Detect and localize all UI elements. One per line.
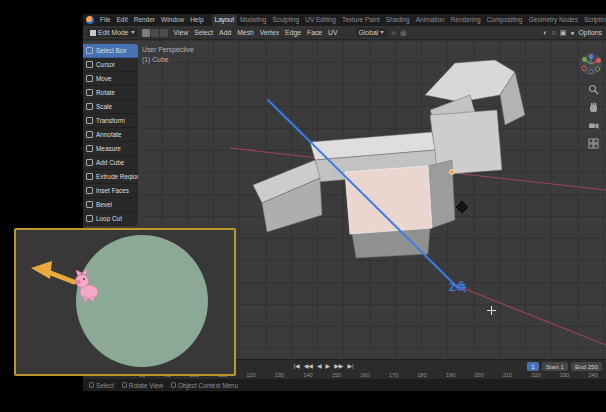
orientation-selector[interactable]: Global — [356, 28, 388, 37]
tool-label: Add Cube — [96, 159, 124, 166]
options-button[interactable]: Options — [579, 29, 602, 36]
extrude-region-icon — [86, 173, 93, 180]
tool-transform[interactable]: Transform — [83, 114, 138, 128]
snap-magnet-icon[interactable]: ∩ — [391, 29, 396, 36]
tool-cursor[interactable]: Cursor — [83, 58, 138, 72]
tool-scale[interactable]: Scale — [83, 100, 138, 114]
zoom-icon[interactable] — [588, 84, 599, 95]
menu-edge[interactable]: Edge — [285, 29, 301, 36]
selected-face[interactable] — [345, 166, 432, 234]
object-origin-dot — [450, 170, 455, 175]
current-frame-field[interactable]: 1 — [527, 362, 538, 371]
menu-help[interactable]: Help — [187, 14, 206, 26]
prev-keyframe-button[interactable]: ◀◀ — [304, 362, 313, 370]
frame-tick: 150 — [332, 372, 342, 378]
overlays-icon[interactable]: ○ — [551, 29, 555, 36]
mode-label: Edit Mode — [98, 29, 129, 36]
select-box-icon — [86, 47, 93, 54]
tab-texture-paint[interactable]: Texture Paint — [339, 14, 383, 26]
hint-label: Select — [96, 382, 114, 389]
menu-uv[interactable]: UV — [328, 29, 337, 36]
tool-add-cube[interactable]: Add Cube — [83, 156, 138, 170]
tab-uv-editing[interactable]: UV Editing — [302, 14, 339, 26]
tool-bevel[interactable]: Bevel — [83, 198, 138, 212]
frame-fields: 1 Start 1 End 250 — [527, 362, 602, 371]
tool-rotate[interactable]: Rotate — [83, 86, 138, 100]
frame-end-field[interactable]: End 250 — [571, 362, 602, 371]
menu-window[interactable]: Window — [158, 14, 187, 26]
blender-logo-icon[interactable] — [86, 16, 94, 24]
frame-tick: 130 — [275, 372, 285, 378]
tool-loop-cut[interactable]: Loop Cut — [83, 212, 138, 226]
playback-controls: |◀ ◀◀ ◀ ▶ ▶▶ ▶| — [294, 362, 354, 370]
rotate-icon — [86, 89, 93, 96]
menu-mesh[interactable]: Mesh — [237, 29, 254, 36]
hint-label: Object Context Menu — [178, 382, 238, 389]
tool-label: Rotate — [96, 89, 115, 96]
frame-tick: 170 — [389, 372, 399, 378]
menu-face[interactable]: Face — [307, 29, 322, 36]
edge-select-icon[interactable] — [151, 29, 159, 37]
frame-tick: 160 — [360, 372, 370, 378]
shading-solid-icon[interactable]: ● — [570, 29, 574, 36]
move-icon — [86, 75, 93, 82]
menu-select[interactable]: Select — [194, 29, 213, 36]
face-select-icon[interactable] — [160, 29, 168, 37]
frame-start-field[interactable]: Start 1 — [542, 362, 568, 371]
menu-vertex[interactable]: Vertex — [260, 29, 279, 36]
play-reverse-button[interactable]: ◀ — [317, 362, 322, 370]
tool-label: Scale — [96, 103, 112, 110]
mouse-left-icon — [89, 382, 94, 388]
tab-layout[interactable]: Layout — [212, 14, 238, 26]
tool-measure[interactable]: Measure — [83, 142, 138, 156]
cursor-icon — [86, 61, 93, 68]
frame-tick: 230 — [560, 372, 570, 378]
navigation-gizmo[interactable] — [579, 52, 603, 76]
camera-view-icon[interactable] — [588, 120, 599, 131]
tool-select-box[interactable]: Select Box — [83, 44, 138, 58]
jump-to-end-button[interactable]: ▶| — [347, 362, 353, 370]
tool-label: Annotate — [96, 131, 122, 138]
tab-rendering[interactable]: Rendering — [448, 14, 484, 26]
tab-shading[interactable]: Shading — [383, 14, 413, 26]
mouse-right-icon — [171, 382, 176, 388]
perspective-label: User Perspective — [142, 45, 194, 55]
show-gizmo-icon[interactable]: ◐ — [543, 29, 547, 36]
tab-animation[interactable]: Animation — [413, 14, 448, 26]
tool-move[interactable]: Move — [83, 72, 138, 86]
play-button[interactable]: ▶ — [326, 362, 331, 370]
hint-label: Rotate View — [129, 382, 163, 389]
ortho-grid-icon[interactable] — [588, 138, 599, 149]
status-hint: Rotate View — [122, 382, 163, 389]
viewport-header: Edit Mode View Select Add Mesh Vertex Ed… — [83, 26, 606, 40]
tool-annotate[interactable]: Annotate — [83, 128, 138, 142]
menu-file[interactable]: File — [97, 14, 113, 26]
orientation-label: Global — [359, 29, 379, 36]
menu-view[interactable]: View — [174, 29, 189, 36]
xray-icon[interactable]: ▣ — [560, 29, 567, 37]
tab-sculpting[interactable]: Sculpting — [269, 14, 302, 26]
tool-label: Cursor — [96, 61, 115, 68]
mesh-object[interactable] — [253, 60, 525, 258]
annotate-icon — [86, 131, 93, 138]
tab-geometry-nodes[interactable]: Geometry Nodes — [526, 14, 581, 26]
tool-label: Bevel — [96, 201, 112, 208]
menu-render[interactable]: Render — [131, 14, 158, 26]
tool-inset-faces[interactable]: Inset Faces — [83, 184, 138, 198]
inset-faces-icon — [86, 187, 93, 194]
tool-extrude-region[interactable]: Extrude Region — [83, 170, 138, 184]
pan-hand-icon[interactable] — [588, 102, 599, 113]
proportional-editing-icon[interactable]: ◎ — [400, 29, 406, 37]
mode-selector[interactable]: Edit Mode — [87, 28, 138, 37]
y-axis-handle — [582, 57, 587, 62]
tab-modeling[interactable]: Modeling — [237, 14, 269, 26]
menu-add[interactable]: Add — [219, 29, 231, 36]
jump-to-start-button[interactable]: |◀ — [294, 362, 300, 370]
vertex-select-icon[interactable] — [142, 29, 150, 37]
frame-tick: 190 — [446, 372, 456, 378]
tab-scripting[interactable]: Scripting — [581, 14, 606, 26]
tab-compositing[interactable]: Compositing — [484, 14, 526, 26]
menu-edit[interactable]: Edit — [113, 14, 130, 26]
frame-tick: 120 — [246, 372, 256, 378]
next-keyframe-button[interactable]: ▶▶ — [334, 362, 343, 370]
